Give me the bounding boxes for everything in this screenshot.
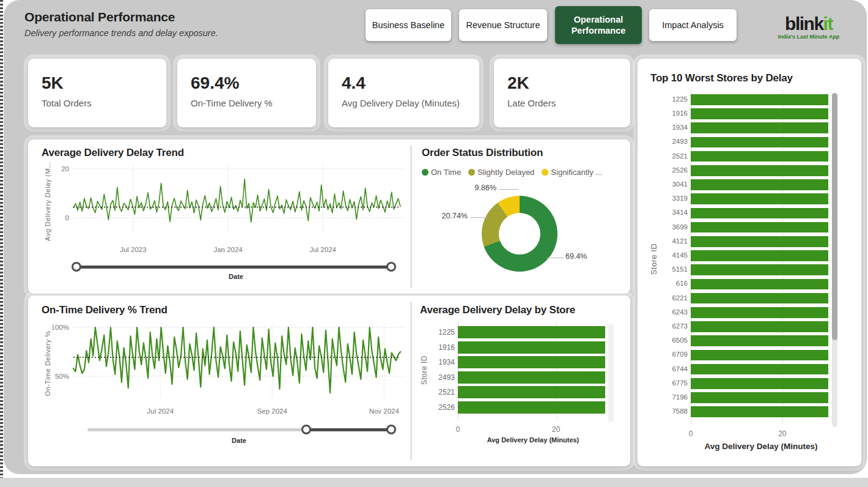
bar-store-1934[interactable] [458,356,605,368]
svg-text:20: 20 [61,165,69,173]
bar-store-2521[interactable] [458,386,605,398]
bar-store-6709[interactable] [691,350,828,361]
page-subtitle: Delivery performance trends and delay ex… [24,28,218,38]
x-axis-title: Date [150,273,322,280]
bar-label: 5151 [660,266,688,273]
bar-store-6775[interactable] [691,378,828,389]
bar-store-616[interactable] [691,279,828,290]
bar-label: 3414 [660,209,688,216]
svg-text:0: 0 [65,214,69,221]
x-axis-title: Avg Delivery Delay (Minutes) [691,442,831,451]
bar-store-2526[interactable] [691,165,828,176]
bar-store-3414[interactable] [691,208,828,219]
bar-label: 2493 [660,138,688,145]
logo-tagline: India's Last Minute App [769,34,848,40]
kpi-card-avg-delay: 4.4 Avg Delivery Delay (Minutes) [328,59,479,127]
bar-store-2493[interactable] [458,371,605,384]
x-tick: 20 [552,425,560,434]
logo-word-black: blink [785,13,823,34]
svg-text:Jan 2024: Jan 2024 [213,246,243,253]
bar-label: 1225 [427,328,455,336]
donut-legend: On TimeSlightly DelayedSignificantly ... [422,168,602,177]
bar-label: 2493 [427,373,455,382]
scrollbar[interactable] [832,93,837,427]
bar-label: 6744 [660,365,688,373]
legend-dot [422,169,428,176]
bar-store-3041[interactable] [691,179,828,190]
nav-impact-analysis[interactable]: Impact Analysis [649,9,737,41]
bar-store-6243[interactable] [691,307,828,318]
bar-label: 3041 [660,180,688,188]
panel-delay-trend-and-status: Average Delivery Delay Trend Avg Deliver… [28,139,630,294]
page-title: Operational Performance [24,10,175,24]
kpi-value: 5K [42,73,64,93]
bar-label: 6505 [660,336,688,344]
bar-store-6505[interactable] [691,335,828,346]
scrollbar[interactable] [608,324,614,422]
legend-item[interactable]: Slightly Delayed [468,168,534,177]
bar-store-3699[interactable] [691,222,828,233]
bar-store-6273[interactable] [691,321,828,332]
bar-label: 1934 [427,358,455,366]
callout-leader-line [470,217,488,218]
legend-item[interactable]: Significantly ... [542,168,602,177]
bar-label: 1934 [660,124,688,131]
panel-divider [411,146,411,288]
x-tick: 20 [778,429,786,438]
blinkit-logo: blinkit India's Last Minute App [769,15,848,40]
kpi-label: On-Time Delivery % [191,98,273,108]
delay-trend-line-chart[interactable]: Jul 2023Jan 2024Jul 2024200 [53,160,407,258]
scrollbar-thumb[interactable] [832,93,837,340]
bar-label: 3699 [660,223,688,231]
kpi-card-late-orders: 2K Late Orders [494,59,630,127]
bar-store-5151[interactable] [691,264,828,275]
bottom-strip [0,478,868,487]
order-status-donut[interactable] [482,196,557,272]
bar-label: 1225 [660,95,688,103]
svg-text:Jul 2024: Jul 2024 [309,246,336,253]
bar-store-7588[interactable] [691,406,828,417]
bar-store-1916[interactable] [458,341,605,354]
x-axis-title: Avg Delivery Delay (Minutes) [458,436,608,444]
nav-operational-performance[interactable]: Operational Performance [555,6,642,44]
bar-label: 6709 [660,351,688,358]
bar-store-1225[interactable] [691,94,828,105]
bar-store-1916[interactable] [691,108,828,119]
chart-title-delay-trend: Average Delivery Delay Trend [42,147,184,159]
bar-store-3319[interactable] [691,193,828,204]
bar-store-2521[interactable] [691,151,828,162]
bar-label: 6243 [660,308,688,316]
bar-store-1934[interactable] [691,122,828,133]
x-tick: 0 [456,425,460,434]
bar-store-7196[interactable] [691,392,828,403]
slider-handle-end[interactable] [386,262,396,272]
bar-label: 616 [660,280,688,287]
nav-revenue-structure[interactable]: Revenue Structure [459,9,547,41]
legend-item[interactable]: On Time [422,168,461,177]
slider-selected-range[interactable] [76,266,391,269]
kpi-label: Late Orders [507,98,556,108]
bar-store-4121[interactable] [691,236,828,247]
bar-store-4145[interactable] [691,250,828,261]
date-range-slider[interactable] [76,262,391,272]
bar-label: 7588 [660,407,688,415]
bar-store-2526[interactable] [458,401,605,414]
worst-stores-bar-chart: 0201225191619342493252125263041331934143… [638,59,861,466]
bar-label: 2521 [660,152,688,160]
kpi-card-ontime-pct: 69.4% On-Time Delivery % [177,59,316,127]
bar-store-6221[interactable] [691,293,828,304]
chart-title-status-donut: Order Status Distribution [422,147,543,159]
callout-leader-line [499,189,518,190]
kpi-value: 2K [507,73,529,93]
slider-handle-start[interactable] [72,262,81,272]
y-axis-label: Avg Delivery Delay (M... [44,168,51,241]
nav-business-baseline[interactable]: Business Baseline [366,9,451,41]
x-tick: 0 [689,429,693,438]
bar-store-2493[interactable] [691,137,828,148]
donut-callout-ontime: 69.4% [565,252,587,261]
bar-store-6744[interactable] [691,364,828,375]
bar-label: 7196 [660,393,688,401]
svg-text:Jul 2023: Jul 2023 [120,246,146,253]
bar-store-1225[interactable] [458,326,605,338]
panel-worst-stores: Top 10 Worst Stores by Delay Store ID 02… [638,59,861,466]
